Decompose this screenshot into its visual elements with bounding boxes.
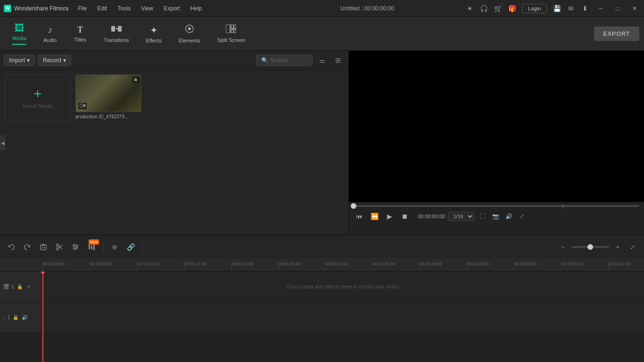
track-visibility-button[interactable]: 👁 (25, 283, 33, 290)
preview-extra-buttons: 00:00:00:00 1/16 1/8 1/4 1/2 1/1 ⛶ 📷 🔊 ⤢ (418, 211, 527, 222)
timeline-controls: New ⊕ 🔗 − + ⤢ (0, 235, 644, 258)
preview-canvas (349, 51, 644, 202)
zoom-out-button[interactable]: − (556, 240, 570, 254)
search-box[interactable]: 🔍 Search (256, 55, 313, 66)
toolbar-elements[interactable]: Elements (171, 21, 208, 46)
video-track-content[interactable]: Drag media and effects here to create yo… (42, 272, 644, 302)
toolbar: 🖼 Media ♪ Audio T Titles Transitions ✦ E… (0, 17, 644, 51)
cut-button[interactable] (53, 240, 66, 254)
preview-timeline-bar[interactable]: { } (354, 205, 639, 207)
ruler-mark: 00:00:10:00 (137, 262, 184, 271)
close-button[interactable]: ✕ (629, 3, 640, 14)
import-dropdown[interactable]: Import ▾ (4, 55, 35, 66)
zoom-select[interactable]: 1/16 1/8 1/4 1/2 1/1 (448, 212, 474, 221)
titles-label: Titles (74, 37, 86, 42)
menu-help[interactable]: Help (186, 3, 207, 14)
menu-file[interactable]: File (73, 3, 91, 14)
ruler-mark: 00:00:25:00 (278, 262, 325, 271)
media-thumbnail: ⊞ (75, 74, 141, 112)
toolbar-audio[interactable]: ♪ Audio (36, 22, 64, 46)
elements-label: Elements (179, 38, 200, 43)
menu-edit[interactable]: Edit (93, 3, 112, 14)
effects-icon: ✦ (150, 25, 158, 36)
ruler-mark: 00:00:00:00 (42, 262, 90, 271)
login-button[interactable]: Login (522, 4, 547, 13)
maximize-button[interactable]: □ (612, 3, 623, 14)
playhead-marker (41, 272, 45, 275)
import-media-label: Import Media (23, 103, 53, 109)
import-media-placeholder[interactable]: + Import Media (5, 74, 71, 122)
effects-label: Effects (146, 38, 162, 43)
minimize-button[interactable]: ─ (595, 3, 606, 14)
transitions-icon (111, 25, 122, 35)
zoom-controls: − + ⤢ (556, 240, 639, 254)
sun-icon[interactable]: ☀ (465, 4, 474, 13)
add-track-button[interactable]: ⊕ (108, 240, 121, 254)
split-screen-label: Split Screen (217, 37, 245, 43)
audio-track-mute-button[interactable]: 🔊 (21, 313, 28, 321)
volume-icon[interactable]: 🔊 (504, 211, 514, 222)
filter-icon[interactable]: ⚌ (315, 54, 329, 67)
media-overlay-icon: ⊞ (132, 77, 139, 82)
ruler-mark: 00:01:00:00 (608, 262, 644, 271)
preview-panel: { } ⏮ ⏪ ▶ ⏹ 00:00:00:00 1/16 1/8 1/4 1/2… (349, 51, 644, 235)
stop-button[interactable]: ⏹ (399, 211, 410, 222)
save-icon[interactable]: 💾 (553, 4, 561, 13)
timeline-playhead (42, 272, 43, 362)
zoom-slider[interactable] (571, 246, 609, 248)
toolbar-transitions[interactable]: Transitions (96, 22, 136, 46)
step-back-button[interactable]: ⏪ (369, 211, 380, 222)
audio-track-content[interactable] (42, 302, 644, 332)
undo-button[interactable] (5, 240, 18, 254)
app-logo-icon: W (4, 5, 11, 12)
preview-time: 00:00:00:00 (418, 214, 445, 219)
audio-track-lock-button[interactable]: 🔓 (12, 313, 19, 321)
separator2 (142, 242, 142, 252)
ruler-mark: 00:00:40:00 (420, 262, 467, 271)
media-item-name: production ID_4782379... (75, 114, 141, 119)
app-name: Wondershare Filmora (14, 5, 68, 12)
timeline-ruler: 00:00:00:00 00:00:05:00 00:00:10:00 00:0… (0, 258, 644, 272)
video-track-header: 🎬 1 🔓 👁 (0, 272, 42, 302)
link-button[interactable]: 🔗 (124, 240, 137, 254)
download-icon[interactable]: ⬇ (581, 4, 589, 13)
go-to-start-button[interactable]: ⏮ (354, 211, 365, 222)
fullscreen-icon[interactable]: ⛶ (477, 211, 487, 222)
delete-button[interactable] (37, 240, 50, 254)
svg-rect-9 (80, 104, 83, 107)
play-button[interactable]: ▶ (384, 211, 395, 222)
mail-icon[interactable]: ✉ (567, 4, 575, 13)
settings-button[interactable] (69, 240, 82, 254)
svg-rect-24 (93, 244, 95, 250)
app-logo: W Wondershare Filmora (4, 5, 68, 12)
zoom-in-button[interactable]: + (611, 240, 624, 254)
svg-rect-23 (91, 246, 92, 249)
media-item[interactable]: ⊞ production ID_4782379... (75, 74, 141, 122)
ruler-mark: 00:00:35:00 (372, 262, 420, 271)
toolbar-effects[interactable]: ✦ Effects (139, 22, 169, 46)
svg-rect-4 (226, 25, 230, 33)
cart-icon[interactable]: 🛒 (494, 4, 502, 13)
redo-button[interactable] (21, 240, 34, 254)
toolbar-media[interactable]: 🖼 Media (5, 20, 34, 48)
transitions-label: Transitions (104, 37, 129, 43)
menu-view[interactable]: View (136, 3, 158, 14)
toolbar-titles[interactable]: T Titles (66, 22, 94, 45)
toolbar-split-screen[interactable]: Split Screen (210, 22, 253, 46)
menu-tools[interactable]: Tools (113, 3, 135, 14)
grid-view-icon[interactable]: ⊞ (331, 54, 345, 67)
zoom-slider-thumb[interactable] (587, 244, 593, 250)
headphone-icon[interactable]: 🎧 (479, 4, 488, 13)
expand-icon[interactable]: ⤢ (517, 211, 527, 222)
menu-export[interactable]: Export (159, 3, 185, 14)
panel-collapse-arrow[interactable]: ◀ (0, 135, 6, 150)
gift-icon[interactable]: 🎁 (508, 4, 516, 13)
record-dropdown[interactable]: Record ▾ (38, 55, 71, 66)
ruler-mark: 00:00:30:00 (325, 262, 372, 271)
media-content: + Import Media ⊞ production ID_4782379..… (0, 70, 348, 235)
track-lock-button[interactable]: 🔓 (16, 283, 24, 290)
snapshot-icon[interactable]: 📷 (490, 211, 501, 222)
ruler-mark: 00:00:55:00 (561, 262, 608, 271)
export-button[interactable]: EXPORT (594, 26, 639, 41)
fit-to-window-button[interactable]: ⤢ (626, 240, 639, 254)
